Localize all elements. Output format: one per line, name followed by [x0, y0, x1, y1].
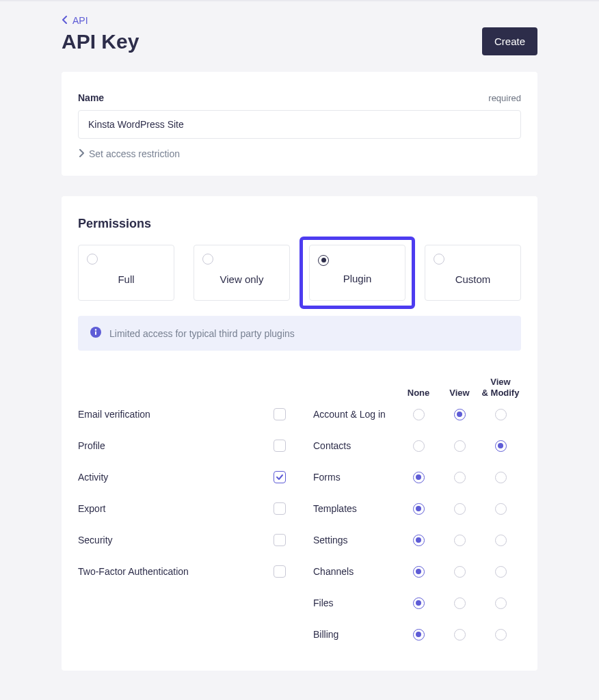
page-title: API Key [62, 30, 139, 53]
svg-rect-2 [95, 332, 96, 336]
permission-label: Billing [313, 629, 398, 640]
checkbox[interactable] [274, 534, 286, 546]
permission-option-plugin[interactable]: Plugin [309, 245, 405, 301]
permission-label: Security [78, 535, 113, 546]
permission-label: Profile [78, 440, 105, 451]
radio[interactable] [413, 440, 425, 452]
access-restriction-label: Set access restriction [89, 148, 180, 159]
radio[interactable] [413, 409, 425, 420]
breadcrumb-back[interactable]: API [62, 15, 537, 26]
permission-option-custom[interactable]: Custom [425, 245, 521, 301]
permission-label: Activity [78, 472, 108, 483]
radio-row: Settings [313, 524, 521, 556]
radio[interactable] [454, 472, 466, 483]
permissions-card: Permissions FullView onlyPluginCustom Li… [62, 196, 537, 671]
radio[interactable] [454, 597, 466, 609]
radio[interactable] [454, 566, 466, 578]
radio[interactable] [495, 566, 507, 578]
radio[interactable] [495, 409, 507, 420]
checkbox[interactable] [274, 408, 286, 420]
radio-row: Channels [313, 556, 521, 587]
col-view-modify: View & Modify [480, 377, 521, 399]
permission-label: Account & Log in [313, 409, 398, 420]
access-restriction-toggle[interactable]: Set access restriction [78, 148, 521, 159]
radio[interactable] [454, 440, 466, 452]
radio[interactable] [495, 503, 507, 515]
col-none: None [398, 388, 439, 399]
checkbox[interactable] [274, 565, 286, 578]
permission-label: Settings [313, 535, 398, 546]
permission-option-label: View only [202, 273, 281, 285]
permissions-title: Permissions [78, 217, 521, 231]
radio[interactable] [495, 472, 507, 483]
radio[interactable] [413, 597, 425, 609]
checkbox-row: Export [78, 493, 286, 524]
radio-row: Files [313, 587, 521, 619]
name-input[interactable] [78, 110, 521, 139]
permission-label: Templates [313, 503, 398, 514]
checkbox-row: Two-Factor Authentication [78, 556, 286, 587]
checkbox[interactable] [274, 502, 286, 515]
radio-row: Contacts [313, 430, 521, 461]
info-icon [90, 327, 101, 340]
radio[interactable] [454, 503, 466, 515]
info-text: Limited access for typical third party p… [109, 328, 295, 339]
permission-option-label: Plugin [318, 273, 397, 284]
checkbox[interactable] [274, 471, 286, 483]
chevron-left-icon [62, 15, 68, 26]
radio[interactable] [454, 409, 466, 420]
checkbox-row: Security [78, 524, 286, 556]
name-card: Name required Set access restriction [62, 72, 537, 176]
radio[interactable] [413, 503, 425, 515]
permission-option-label: Custom [434, 273, 512, 285]
svg-point-1 [95, 329, 96, 330]
radio-icon [318, 255, 329, 266]
checkbox-row: Profile [78, 430, 286, 461]
radio[interactable] [413, 566, 425, 578]
permission-option-view-only[interactable]: View only [194, 245, 290, 301]
checkbox[interactable] [274, 440, 286, 452]
col-view: View [439, 388, 480, 399]
radio[interactable] [495, 535, 507, 546]
radio[interactable] [413, 472, 425, 483]
radio-icon [434, 254, 444, 265]
checkbox-row: Activity [78, 461, 286, 493]
info-banner: Limited access for typical third party p… [78, 316, 521, 351]
permission-label: Contacts [313, 440, 398, 451]
permission-label: Export [78, 503, 105, 514]
radio[interactable] [413, 629, 425, 641]
create-button[interactable]: Create [482, 27, 537, 55]
permission-label: Channels [313, 566, 398, 577]
radio-row: Forms [313, 461, 521, 493]
permission-level-options: FullView onlyPluginCustom [78, 245, 521, 301]
radio[interactable] [454, 535, 466, 546]
permission-label: Email verification [78, 409, 150, 420]
permission-label: Forms [313, 472, 398, 483]
radio-row: Billing [313, 619, 521, 650]
chevron-right-icon [78, 148, 85, 159]
radio-permissions: None View View & Modify Account & Log in… [313, 367, 521, 650]
radio-icon [87, 254, 98, 265]
radio[interactable] [495, 440, 507, 452]
name-required: required [488, 93, 521, 103]
permission-option-label: Full [87, 273, 165, 285]
radio[interactable] [495, 597, 507, 609]
radio[interactable] [495, 629, 507, 641]
checkbox-row: Email verification [78, 399, 286, 430]
radio-icon [202, 254, 213, 265]
radio[interactable] [454, 629, 466, 641]
name-label: Name [78, 92, 104, 103]
permission-option-full[interactable]: Full [78, 245, 174, 301]
permission-label: Files [313, 597, 398, 608]
checkbox-permissions: Email verificationProfileActivityExportS… [78, 367, 286, 650]
permission-label: Two-Factor Authentication [78, 566, 189, 577]
radio[interactable] [413, 535, 425, 546]
radio-row: Templates [313, 493, 521, 524]
radio-row: Account & Log in [313, 399, 521, 430]
breadcrumb-label: API [72, 15, 88, 26]
